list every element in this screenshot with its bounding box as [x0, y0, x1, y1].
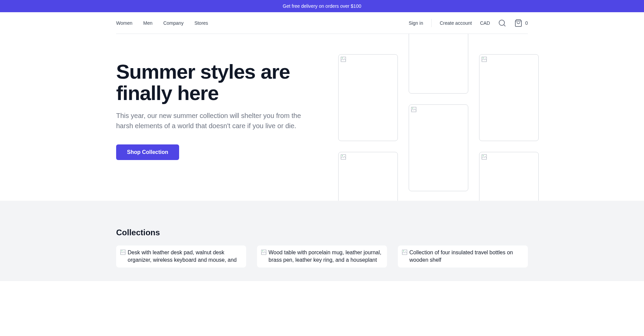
- nav-link-women[interactable]: Women: [116, 20, 132, 26]
- nav-link-company[interactable]: Company: [163, 20, 184, 26]
- svg-rect-5: [341, 155, 346, 159]
- collection-card[interactable]: Wood table with porcelain mug, leather j…: [257, 245, 387, 268]
- broken-image-icon: [411, 107, 416, 112]
- svg-rect-3: [341, 57, 346, 62]
- svg-point-16: [483, 155, 484, 156]
- svg-point-20: [262, 251, 263, 251]
- nav-left: Women Men Company Stores: [116, 20, 208, 26]
- svg-point-4: [342, 58, 343, 58]
- hero-section: Summer styles are finally here This year…: [0, 34, 644, 201]
- hero-image: [479, 152, 539, 201]
- nav-link-stores[interactable]: Stores: [194, 20, 208, 26]
- svg-rect-15: [482, 155, 487, 159]
- currency-link[interactable]: CAD: [480, 20, 490, 26]
- svg-point-14: [483, 58, 484, 58]
- svg-point-6: [342, 155, 343, 156]
- collections-grid: Desk with leather desk pad, walnut desk …: [116, 245, 528, 268]
- cart-count: 0: [525, 20, 528, 26]
- hero-image: [479, 54, 539, 141]
- hero-text: Summer styles are finally here This year…: [116, 61, 306, 160]
- svg-line-1: [504, 24, 505, 26]
- collection-card[interactable]: Desk with leather desk pad, walnut desk …: [116, 245, 246, 268]
- svg-point-18: [122, 251, 122, 251]
- broken-image-icon: [481, 154, 487, 160]
- broken-image-icon: [341, 57, 346, 62]
- create-account-link[interactable]: Create account: [440, 20, 472, 26]
- collections-section: Collections Desk with leather desk pad, …: [0, 201, 644, 281]
- hero-description: This year, our new summer collection wil…: [116, 111, 306, 131]
- collection-alt-text: Collection of four insulated travel bott…: [409, 249, 524, 264]
- broken-image-icon: [261, 250, 266, 255]
- promo-bar: Get free delivery on orders over $100: [0, 0, 644, 12]
- svg-rect-13: [482, 57, 487, 62]
- nav-right: Sign in Create account CAD 0: [409, 19, 528, 27]
- collections-title: Collections: [116, 228, 528, 237]
- broken-image-icon: [481, 57, 487, 62]
- svg-point-22: [403, 251, 404, 251]
- collection-alt-text: Wood table with porcelain mug, leather j…: [269, 249, 383, 264]
- hero-title: Summer styles are finally here: [116, 61, 306, 104]
- hero-image: [338, 152, 398, 201]
- search-icon: [498, 19, 506, 27]
- promo-text: Get free delivery on orders over $100: [283, 3, 361, 9]
- nav-divider: [431, 19, 432, 27]
- shopping-bag-icon: [514, 19, 522, 27]
- signin-link[interactable]: Sign in: [409, 20, 423, 26]
- hero-image-grid: [338, 34, 539, 201]
- nav-link-men[interactable]: Men: [143, 20, 152, 26]
- broken-image-icon: [402, 250, 407, 255]
- svg-point-10: [412, 108, 413, 108]
- hero-image: [338, 54, 398, 141]
- svg-rect-9: [411, 107, 416, 112]
- cart-button[interactable]: 0: [514, 19, 528, 27]
- main-nav: Women Men Company Stores Sign in Create …: [116, 12, 528, 34]
- broken-image-icon: [120, 250, 126, 255]
- collection-alt-text: Desk with leather desk pad, walnut desk …: [128, 249, 242, 264]
- hero-image: [409, 104, 468, 191]
- broken-image-icon: [341, 154, 346, 160]
- hero-image: [409, 34, 468, 94]
- collection-card[interactable]: Collection of four insulated travel bott…: [398, 245, 528, 268]
- shop-collection-button[interactable]: Shop Collection: [116, 144, 179, 160]
- search-button[interactable]: [498, 19, 506, 27]
